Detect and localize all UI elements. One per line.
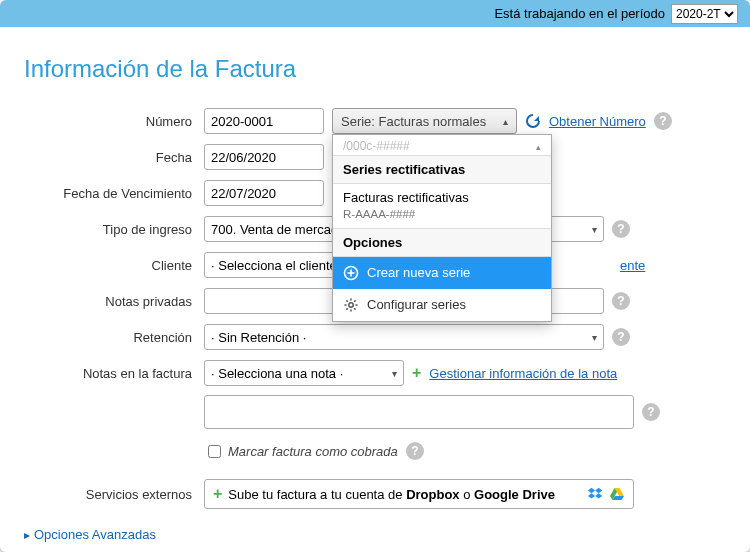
opciones-avanzadas-toggle[interactable]: Opciones Avanzadas [24, 527, 726, 542]
serie-select[interactable]: Serie: Facturas normales [332, 108, 517, 134]
numero-input[interactable] [204, 108, 324, 134]
help-icon[interactable]: ? [612, 220, 630, 238]
fecha-label: Fecha [24, 150, 204, 165]
numero-label: Número [24, 114, 204, 129]
svg-line-8 [346, 300, 347, 301]
retencion-label: Retención [24, 330, 204, 345]
gear-icon [343, 297, 359, 313]
svg-line-10 [354, 300, 355, 301]
invoice-form-window: Está trabajando en el período 2020-2T In… [0, 0, 750, 552]
cobrada-checkbox-wrap[interactable]: Marcar factura como cobrada [204, 442, 398, 461]
serie-action-create[interactable]: Crear nueva serie [333, 257, 551, 289]
period-select[interactable]: 2020-2T [671, 4, 738, 24]
serie-dropdown-panel: /000c-##### Series rectificativas Factur… [332, 134, 552, 322]
help-icon[interactable]: ? [406, 442, 424, 460]
fecha-input[interactable] [204, 144, 324, 170]
notas-factura-select[interactable]: · Selecciona una nota · [204, 360, 404, 386]
vencimiento-label: Fecha de Vencimiento [24, 186, 204, 201]
help-icon[interactable]: ? [612, 292, 630, 310]
gestionar-nota-link[interactable]: Gestionar información de la nota [429, 366, 617, 381]
plus-circle-icon [343, 265, 359, 281]
serie-group-rectificativas: Series rectificativas [333, 155, 551, 184]
cliente-label: Cliente [24, 258, 204, 273]
plus-icon: + [213, 486, 222, 502]
plus-icon: + [412, 365, 421, 381]
top-bar: Está trabajando en el período 2020-2T [0, 0, 750, 27]
cobrada-checkbox[interactable] [208, 445, 221, 458]
tipo-ingreso-label: Tipo de ingreso [24, 222, 204, 237]
period-label: Está trabajando en el período [494, 6, 665, 21]
serie-action-config[interactable]: Configurar series [333, 289, 551, 321]
notas-factura-textarea[interactable] [204, 395, 634, 429]
help-icon[interactable]: ? [654, 112, 672, 130]
obtener-numero-link[interactable]: Obtener Número [549, 114, 646, 129]
serie-group-opciones: Opciones [333, 228, 551, 257]
svg-line-9 [354, 308, 355, 309]
form-content: Información de la Factura Número Serie: … [0, 27, 750, 552]
dropbox-icon [587, 486, 603, 502]
retencion-select[interactable]: · Sin Retención · [204, 324, 604, 350]
page-title: Información de la Factura [24, 55, 726, 83]
serie-faded-item[interactable]: /000c-##### [333, 135, 551, 155]
triangle-right-icon [24, 527, 30, 542]
help-icon[interactable]: ? [642, 403, 660, 421]
servicios-externos-box[interactable]: + Sube tu factura a tu cuenta de Dropbox… [204, 479, 634, 509]
svg-line-11 [346, 308, 347, 309]
nuevo-cliente-link[interactable]: ente [620, 258, 645, 273]
google-drive-icon [609, 486, 625, 502]
serie-item-rectificativas[interactable]: Facturas rectificativas R-AAAA-#### [333, 184, 551, 228]
scroll-up-icon[interactable] [536, 139, 541, 153]
notas-factura-label: Notas en la factura [24, 366, 204, 381]
servicios-label: Servicios externos [24, 487, 204, 502]
help-icon[interactable]: ? [612, 328, 630, 346]
refresh-icon [525, 113, 541, 129]
notas-privadas-label: Notas privadas [24, 294, 204, 309]
vencimiento-input[interactable] [204, 180, 324, 206]
svg-point-3 [349, 303, 353, 307]
